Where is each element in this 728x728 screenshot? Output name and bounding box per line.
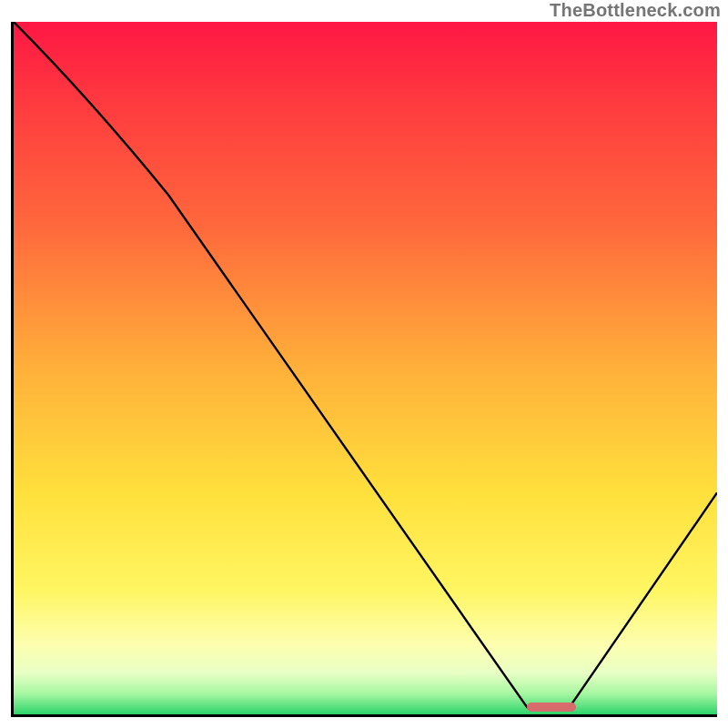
highlight-marker xyxy=(527,703,576,712)
chart-container: TheBottleneck.com xyxy=(0,0,728,728)
watermark-text: TheBottleneck.com xyxy=(550,0,721,21)
plot-area xyxy=(11,22,717,717)
line-curve xyxy=(14,22,717,714)
